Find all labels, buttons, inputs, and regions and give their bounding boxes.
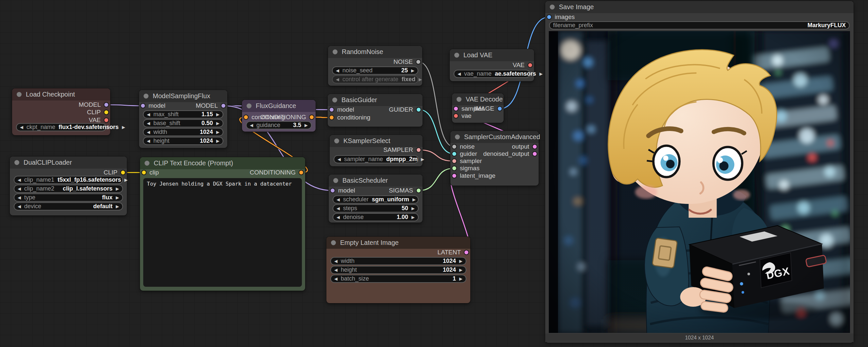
widget-scheduler[interactable]: ◀schedulersgm_uniform▶	[333, 196, 418, 204]
output-dot-CLIP[interactable]	[104, 110, 109, 115]
widget-increment-arrow[interactable]: ▶	[116, 204, 119, 208]
widget-increment-arrow[interactable]: ▶	[421, 157, 424, 162]
collapse-dot[interactable]	[334, 139, 339, 143]
widget-decrement-arrow[interactable]: ◀	[336, 68, 339, 73]
widget-sampler_name[interactable]: ◀sampler_namedpmpp_2m▶	[334, 155, 418, 163]
input-dot-noise[interactable]	[452, 144, 457, 149]
output-port-SAMPLER[interactable]: SAMPLER	[383, 146, 421, 154]
widget-increment-arrow[interactable]: ▶	[411, 215, 415, 219]
widget-decrement-arrow[interactable]: ◀	[20, 125, 23, 129]
widget-decrement-arrow[interactable]: ◀	[337, 215, 340, 219]
widget-increment-arrow[interactable]: ▶	[412, 197, 416, 202]
widget-decrement-arrow[interactable]: ◀	[147, 121, 150, 125]
input-port-noise[interactable]: noise	[452, 143, 474, 151]
output-dot-NOISE[interactable]	[416, 59, 421, 64]
node-titlebar[interactable]: BasicScheduler	[329, 174, 423, 186]
input-port-guider[interactable]: guider	[452, 150, 477, 158]
widget-max_shift[interactable]: ◀max_shift1.15▶	[143, 110, 223, 118]
node-vae_decode[interactable]: VAE DecodesamplesvaeIMAGE	[452, 93, 504, 123]
node-titlebar[interactable]: VAE Decode	[452, 93, 504, 106]
input-dot-conditioning[interactable]	[243, 115, 249, 120]
output-dot-MODEL[interactable]	[221, 103, 226, 108]
widget-guidance[interactable]: ◀guidance3.5▶	[246, 121, 312, 129]
input-dot-model[interactable]	[330, 188, 335, 193]
widget-decrement-arrow[interactable]: ◀	[147, 112, 150, 117]
input-port-model[interactable]: model	[329, 106, 354, 114]
widget-filename_prefix[interactable]: filename_prefixMarkuryFLUX	[549, 21, 850, 29]
output-port-MODEL[interactable]: MODEL	[195, 102, 226, 110]
input-port-latent_image[interactable]: latent_image	[452, 172, 495, 180]
node-samplercustomadvanced[interactable]: SamplerCustomAdvancednoiseguidersamplers…	[451, 131, 539, 185]
node-ksamplerselect[interactable]: KSamplerSelectSAMPLER◀sampler_namedpmpp_…	[330, 135, 423, 166]
prompt-textarea[interactable]: Toy Jensen holding a DGX Spark in a data…	[143, 178, 302, 287]
widget-steps[interactable]: ◀steps50▶	[333, 204, 418, 212]
node-titlebar[interactable]: DualCLIPLoader	[10, 156, 127, 169]
widget-height[interactable]: ◀height1024▶	[330, 266, 466, 274]
collapse-dot[interactable]	[17, 92, 22, 97]
output-dot-SIGMAS[interactable]	[416, 188, 421, 193]
widget-decrement-arrow[interactable]: ◀	[18, 178, 21, 182]
collapse-dot[interactable]	[550, 5, 555, 9]
widget-decrement-arrow[interactable]: ◀	[337, 206, 340, 210]
input-port-conditioning[interactable]: conditioning	[329, 114, 370, 121]
input-port-images[interactable]: images	[547, 13, 575, 21]
node-load_vae[interactable]: Load VAEVAE◀vae_nameae.safetensors▶	[450, 49, 534, 81]
output-port-denoised_output[interactable]: denoised_output	[483, 150, 537, 158]
output-port-MODEL[interactable]: MODEL	[79, 101, 109, 109]
widget-denoise[interactable]: ◀denoise1.00▶	[333, 213, 418, 221]
widget-batch_size[interactable]: ◀batch_size1▶	[330, 274, 466, 283]
widget-type[interactable]: ◀typeflux▶	[14, 194, 123, 202]
collapse-dot[interactable]	[332, 97, 337, 103]
widget-decrement-arrow[interactable]: ◀	[250, 123, 253, 127]
widget-increment-arrow[interactable]: ▶	[216, 121, 219, 125]
widget-increment-arrow[interactable]: ▶	[116, 196, 119, 200]
widget-increment-arrow[interactable]: ▶	[411, 68, 414, 73]
output-dot-SAMPLER[interactable]	[416, 147, 421, 152]
input-port-model[interactable]: model	[140, 102, 165, 110]
widget-increment-arrow[interactable]: ▶	[216, 139, 219, 143]
widget-device[interactable]: ◀devicedefault▶	[14, 202, 123, 210]
output-port-GUIDER[interactable]: GUIDER	[389, 106, 421, 114]
input-port-sigmas[interactable]: sigmas	[452, 164, 479, 172]
widget-width[interactable]: ◀width1024▶	[143, 128, 223, 136]
widget-increment-arrow[interactable]: ▶	[116, 186, 119, 191]
widget-increment-arrow[interactable]: ▶	[305, 123, 308, 127]
output-dot-output[interactable]	[532, 144, 537, 149]
widget-base_shift[interactable]: ◀base_shift0.50▶	[143, 119, 223, 127]
input-dot-images[interactable]	[547, 15, 552, 20]
node-titlebar[interactable]: SamplerCustomAdvanced	[451, 131, 539, 143]
collapse-dot[interactable]	[247, 104, 251, 108]
widget-decrement-arrow[interactable]: ◀	[147, 139, 150, 143]
widget-decrement-arrow[interactable]: ◀	[18, 186, 21, 191]
widget-decrement-arrow[interactable]: ◀	[458, 72, 461, 76]
widget-decrement-arrow[interactable]: ◀	[338, 157, 341, 162]
output-dot-GUIDER[interactable]	[416, 107, 421, 112]
widget-decrement-arrow[interactable]: ◀	[336, 77, 339, 82]
node-modelsamplingflux[interactable]: ModelSamplingFluxmodelMODEL◀max_shift1.1…	[139, 90, 227, 148]
output-dot-VAE[interactable]	[104, 118, 109, 123]
widget-decrement-arrow[interactable]: ◀	[18, 196, 21, 200]
widget-width[interactable]: ◀width1024▶	[330, 257, 466, 265]
output-port-output[interactable]: output	[512, 143, 537, 151]
node-save_image[interactable]: Save Imageimagesfilename_prefixMarkuryFL…	[545, 1, 854, 343]
collapse-dot[interactable]	[333, 50, 338, 54]
input-port-model[interactable]: model	[330, 186, 355, 195]
widget-increment-arrow[interactable]: ▶	[216, 130, 219, 134]
widget-decrement-arrow[interactable]: ◀	[334, 268, 338, 272]
output-dot-CONDITIONING[interactable]	[309, 115, 314, 120]
node-empty_latent_image[interactable]: Empty Latent ImageLATENT◀width1024▶◀heig…	[327, 237, 470, 303]
node-titlebar[interactable]: FluxGuidance	[242, 100, 316, 112]
widget-clip_name2[interactable]: ◀clip_name2clip_l.safetensors▶	[14, 185, 123, 193]
input-dot-guider[interactable]	[452, 151, 457, 156]
input-dot-clip[interactable]	[141, 170, 147, 175]
output-port-VAE[interactable]: VAE	[513, 61, 533, 69]
node-titlebar[interactable]: ModelSamplingFlux	[139, 90, 227, 102]
input-dot-sigmas[interactable]	[452, 166, 457, 171]
output-port-CONDITIONING[interactable]: CONDITIONING	[260, 113, 314, 121]
node-titlebar[interactable]: RandomNoise	[328, 46, 422, 58]
node-graph-canvas[interactable]: Load CheckpointMODELCLIPVAE◀ckpt_nameflu…	[0, 0, 868, 347]
widget-ckpt_name[interactable]: ◀ckpt_nameflux1-dev.safetensors▶	[16, 123, 106, 131]
widget-increment-arrow[interactable]: ▶	[122, 125, 125, 129]
widget-noise_seed[interactable]: ◀noise_seed25▶	[332, 66, 418, 75]
widget-decrement-arrow[interactable]: ◀	[18, 204, 21, 208]
